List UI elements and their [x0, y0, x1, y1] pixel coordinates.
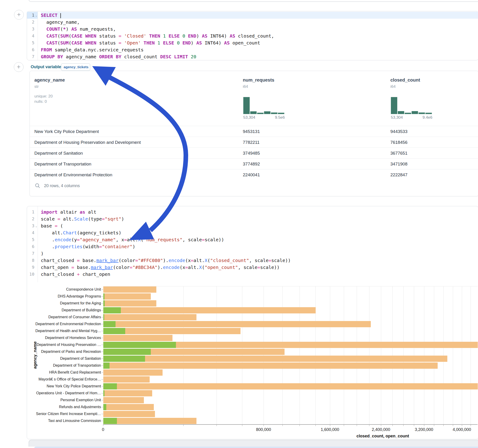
code-line: agency_name,: [41, 19, 478, 25]
line-number: 7: [27, 53, 38, 60]
agency-name-cell: Department of Transportation: [34, 162, 91, 167]
search-icon[interactable]: [35, 183, 40, 188]
line-number: 7: [27, 250, 38, 257]
histogram-bar: [412, 111, 418, 114]
table-body: New York City Police Department945313194…: [30, 126, 478, 180]
code-line: chart_closed = base.mark_bar(color="#FFC…: [41, 257, 478, 264]
column-type: i64: [243, 84, 248, 89]
next-cell-accent: [34, 447, 478, 448]
line-number: 10: [27, 271, 38, 278]
code-line: base = (: [41, 222, 478, 229]
histogram-range-labels: 53,3049.4e6: [391, 115, 432, 120]
histogram-bar: [278, 113, 284, 114]
histogram-max-label: 9.4e6: [422, 115, 432, 120]
python-code-editor[interactable]: import altair as altscale = alt.Scale(ty…: [41, 206, 478, 278]
add-cell-button-top[interactable]: +: [14, 10, 24, 20]
value-cell: 3677651: [390, 151, 408, 156]
histogram-min-label: 53,304: [243, 115, 255, 120]
agency-name-cell: Department of Sanitation: [34, 151, 83, 156]
result-table-card: agency_namestrunique: 20nulls: 0num_requ…: [30, 71, 478, 196]
line-number: 8: [27, 257, 38, 264]
table-row[interactable]: Department of Environmental Protection22…: [30, 169, 478, 180]
python-code-cell[interactable]: 123⌄45678910 import altair as altscale =…: [27, 206, 478, 439]
code-line: .encode(y="agency_name", x=alt.X("num_re…: [41, 236, 478, 243]
line-number: 5: [27, 236, 38, 243]
code-line: alt.Chart(agency_tickets): [41, 229, 478, 236]
agency-name-cell: New York City Police Department: [34, 129, 99, 134]
code-line: FROM sample_data.nyc.service_requests: [41, 46, 478, 53]
line-number: 6: [27, 243, 38, 250]
code-line: SELECT: [41, 12, 478, 19]
value-cell: 9443533: [390, 129, 408, 134]
line-number: 4: [27, 32, 38, 39]
table-row[interactable]: New York City Police Department945313194…: [30, 126, 478, 137]
sql-line-number-gutter: 1⌄234567: [27, 11, 38, 60]
line-number: 4: [27, 229, 38, 236]
notebook-page: { "ui": { "plus": "+" }, "annotation_arr…: [0, 0, 478, 448]
code-line: import altair as alt: [41, 209, 478, 216]
line-number: 5: [27, 39, 38, 46]
line-number: 3⌄: [27, 222, 38, 229]
histogram-bar: [264, 111, 270, 114]
line-number: 9: [27, 264, 38, 271]
value-cell: 7782211: [243, 140, 260, 145]
output-variable-label: Output variable:: [31, 64, 63, 69]
table-row-count: 20 rows, 4 columns: [44, 183, 80, 188]
column-histogram: [391, 97, 432, 114]
value-cell: 3774892: [243, 162, 260, 167]
fold-chevron-icon[interactable]: ⌄: [36, 223, 37, 230]
value-cell: 9453131: [243, 129, 260, 134]
histogram-min-label: 53,304: [391, 115, 403, 120]
table-row[interactable]: Department of Housing Preservation and D…: [30, 137, 478, 148]
fold-chevron-icon[interactable]: ⌄: [36, 12, 37, 19]
value-cell: 3471908: [390, 162, 408, 167]
histogram-bar: [250, 111, 257, 114]
code-line: chart_closed + chart_open: [41, 271, 478, 278]
column-name: num_requests: [243, 77, 274, 83]
agency-name-cell: Department of Housing Preservation and D…: [34, 140, 141, 145]
line-number: 2: [27, 216, 38, 222]
column-name: closed_count: [390, 77, 420, 83]
histogram-bar: [243, 97, 250, 114]
next-cell-edge: [29, 440, 478, 447]
histogram-bar: [257, 113, 264, 114]
code-line: CAST(SUM(CASE WHEN status = 'Closed' THE…: [41, 32, 478, 39]
value-cell: 2240041: [243, 172, 260, 177]
line-number: 1: [27, 209, 38, 216]
column-histogram: [243, 97, 285, 114]
column-name: agency_name: [34, 77, 65, 83]
value-cell: 7618456: [390, 140, 408, 145]
value-cell: 3749485: [243, 151, 260, 156]
histogram-bar: [271, 112, 277, 114]
line-number: 6: [27, 46, 38, 53]
output-variable-pill[interactable]: agency_tickets: [61, 63, 90, 71]
code-line: ): [41, 250, 478, 257]
histogram-max-label: 9.5e6: [275, 115, 285, 120]
table-header: agency_namestrunique: 20nulls: 0num_requ…: [30, 71, 478, 126]
text-caret: [60, 13, 61, 18]
histogram-bar: [425, 113, 432, 114]
agency-name-cell: Department of Environmental Protection: [34, 172, 112, 177]
table-footer: 20 rows, 4 columns: [30, 180, 478, 196]
code-line: chart_open = base.mark_bar(color="#8BC34…: [41, 264, 478, 271]
table-row[interactable]: Department of Transportation377489234719…: [30, 158, 478, 169]
previous-cell-edge: [29, 0, 478, 2]
histogram-bar: [405, 113, 411, 114]
line-number: 1⌄: [27, 12, 38, 19]
code-line: CAST(SUM(CASE WHEN status = 'Open' THEN …: [41, 39, 478, 46]
python-line-number-gutter: 123⌄45678910: [27, 206, 38, 282]
table-row[interactable]: Department of Sanitation37494853677651: [30, 148, 478, 159]
value-cell: 2222847: [390, 172, 408, 177]
column-stat: nulls: 0: [34, 99, 47, 104]
code-line: scale = alt.Scale(type="sqrt"): [41, 216, 478, 222]
histogram-bar: [398, 111, 404, 114]
column-type: str: [34, 84, 39, 89]
add-cell-button-middle[interactable]: +: [14, 62, 24, 72]
sql-code-editor[interactable]: SELECT agency_name, COUNT(*) AS num_requ…: [41, 11, 478, 60]
code-line: COUNT(*) AS num_requests,: [41, 25, 478, 32]
histogram-bar: [391, 97, 397, 114]
sql-code-cell[interactable]: 1⌄234567 SELECT agency_name, COUNT(*) AS…: [27, 11, 478, 60]
histogram-range-labels: 53,3049.5e6: [243, 115, 285, 120]
line-number: 3: [27, 25, 38, 32]
column-stat: unique: 20: [34, 94, 53, 99]
